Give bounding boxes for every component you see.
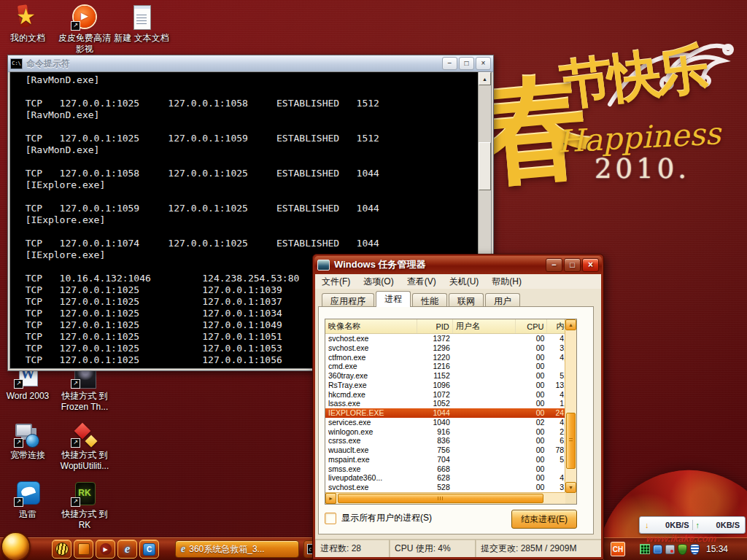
process-cell-c-user (453, 343, 516, 353)
process-cell-c-pid: 1296 (417, 343, 453, 353)
wallpaper-side-characters: 节快乐 (557, 34, 708, 120)
process-row[interactable]: winlogon.exe916002, (325, 427, 576, 437)
menu-item-1[interactable]: 选项(O) (357, 276, 400, 288)
process-cell-c-name: RsTray.exe (325, 381, 417, 390)
process-cell-c-pid: 1044 (417, 408, 453, 418)
start-button[interactable] (1, 532, 31, 560)
desktop-icon-text-file[interactable]: 新建 文本文档 (114, 4, 169, 44)
firewall-shield-blue-icon[interactable] (690, 544, 700, 555)
quicklaunch-bee[interactable] (52, 540, 71, 559)
language-indicator[interactable]: CH (611, 542, 625, 556)
process-cell-c-user (453, 464, 516, 474)
tab-进程[interactable]: 进程 (376, 291, 411, 307)
cmd-maximize-button[interactable]: □ (459, 57, 474, 70)
process-row[interactable]: cmd.exe121600 (325, 362, 576, 371)
quicklaunch-player[interactable]: ▶ (96, 540, 115, 559)
plist-vscroll-thumb[interactable] (566, 413, 576, 469)
column-header-c-user[interactable]: 用户名 (453, 319, 516, 333)
process-cell-c-pid: 1220 (417, 353, 453, 362)
messenger-tray-icon[interactable] (653, 545, 662, 554)
cmd-scroll-up-icon[interactable]: ▲ (479, 72, 491, 85)
cmd-close-button[interactable]: × (476, 57, 491, 70)
process-row[interactable]: hkcmd.exe1072004, (325, 390, 576, 400)
column-header-c-cpu[interactable]: CPU (516, 319, 547, 333)
desktop-icon-wopti[interactable]: ↗快捷方式 到 WoptiUtiliti... (57, 421, 112, 472)
quicklaunch-ie[interactable]: e (117, 540, 137, 559)
taskmgr-minimize-button[interactable]: − (546, 258, 562, 272)
process-row[interactable]: services.exe1040024, (325, 418, 576, 427)
menu-item-4[interactable]: 帮助(H) (485, 276, 528, 288)
desktop-icon-rk[interactable]: ↗快捷方式 到 RK (57, 481, 112, 531)
xunlei-icon: ↗ (14, 481, 42, 507)
menu-item-2[interactable]: 查看(V) (400, 276, 443, 288)
quicklaunch-box[interactable] (74, 540, 93, 559)
process-row[interactable]: IEXPLORE.EXE10440024, (325, 408, 576, 418)
task-button-label: 360系统急救箱_3... (189, 543, 264, 556)
cmd-minimize-button[interactable]: − (442, 57, 457, 70)
shortcut-arrow-icon: ↗ (71, 497, 80, 507)
tab-联网[interactable]: 联网 (449, 293, 484, 307)
task-manager-window[interactable]: Windows 任务管理器 − □ × 文件(F)选项(O)查看(V)关机(U)… (312, 254, 604, 560)
taskbar-button-ie[interactable]: e360系统急救箱_3... (175, 540, 299, 558)
column-header-c-name[interactable]: 映像名称 (325, 319, 417, 333)
process-row[interactable]: wuauclt.exe7560078, (325, 446, 576, 455)
column-header-c-pid[interactable]: PID (417, 319, 453, 333)
plist-header: 映像名称PID用户名CPU内存 (325, 319, 576, 334)
process-cell-c-cpu: 00 (516, 446, 547, 455)
quicklaunch-messenger[interactable]: C (139, 540, 159, 559)
desktop-icon-label: 新建 文本文档 (114, 33, 169, 44)
process-row[interactable]: svchost.exe1296003, (325, 343, 576, 353)
plist-horizontal-scrollbar[interactable]: ◄ ► (325, 492, 565, 504)
upload-speed: 0KB/S (703, 521, 740, 529)
taskmgr-maximize-button[interactable]: □ (564, 258, 581, 272)
process-cell-c-pid: 1052 (417, 399, 453, 408)
process-cell-c-pid: 704 (417, 455, 453, 464)
process-cell-c-pid: 1372 (417, 334, 453, 343)
process-cell-c-pid: 668 (417, 464, 453, 474)
process-row[interactable]: liveupdate360...628004, (325, 473, 576, 483)
network-grid-icon[interactable] (640, 544, 650, 554)
plist-scroll-up-icon[interactable]: ▲ (565, 319, 576, 330)
desktop-icon-xunlei[interactable]: ↗迅雷 (0, 481, 55, 520)
menu-item-0[interactable]: 文件(F) (315, 276, 357, 288)
process-row[interactable]: smss.exe66800 (325, 464, 576, 474)
plist-vertical-scrollbar[interactable]: ▲ ▼ (565, 319, 576, 493)
plist-scroll-right-icon[interactable]: ► (325, 493, 336, 504)
process-row[interactable]: ctfmon.exe1220004, (325, 353, 576, 362)
process-row[interactable]: svchost.exe1372004, (325, 334, 576, 343)
desktop-icon-mydocs-star[interactable]: 我的文档 (0, 4, 55, 44)
ie-icon: e (125, 542, 131, 556)
tray-clock: 15:34 (706, 544, 728, 554)
security-shield-green-icon[interactable] (678, 544, 687, 555)
net-widget-divider (692, 520, 693, 530)
tab-应用程序[interactable]: 应用程序 (322, 293, 374, 307)
menu-item-3[interactable]: 关机(U) (443, 276, 486, 288)
shortcut-arrow-icon: ↗ (14, 438, 23, 448)
show-all-processes-row[interactable]: 显示所有用户的进程(S) (325, 512, 432, 524)
taskmgr-close-button[interactable]: × (582, 258, 599, 272)
taskmgr-menubar: 文件(F)选项(O)查看(V)关机(U)帮助(H) (315, 274, 601, 289)
desktop-icon-label: 快捷方式 到 WoptiUtiliti... (57, 450, 112, 472)
plist-hscroll-thumb[interactable] (338, 494, 543, 503)
cmd-titlebar[interactable]: 命令提示符 − □ × (8, 55, 493, 72)
volume-icon[interactable] (665, 545, 675, 554)
show-all-checkbox[interactable] (325, 513, 336, 524)
process-row[interactable]: svchost.exe528003, (325, 483, 576, 492)
process-row[interactable]: csrss.exe836006, (325, 436, 576, 446)
net-speed-widget[interactable]: 0KB/S 0KB/S (639, 516, 746, 534)
end-process-button[interactable]: 结束进程(E) (511, 510, 577, 529)
process-row[interactable]: lsass.exe1052001, (325, 399, 576, 408)
process-row[interactable]: RsTray.exe10960013, (325, 381, 576, 390)
desktop-icon-broadband[interactable]: ↗宽带连接 (0, 421, 55, 461)
process-row[interactable]: 360tray.exe1152005, (325, 371, 576, 381)
tab-用户[interactable]: 用户 (485, 293, 520, 307)
cmd-scroll-thumb[interactable] (479, 142, 491, 190)
process-cell-c-name: smss.exe (325, 464, 417, 474)
taskmgr-titlebar[interactable]: Windows 任务管理器 − □ × (314, 256, 602, 273)
process-row[interactable]: mspaint.exe704005, (325, 455, 576, 464)
shortcut-arrow-icon: ↗ (71, 21, 80, 31)
process-cell-c-cpu: 00 (516, 390, 547, 400)
desktop-icon-pipi-player[interactable]: ↗皮皮免费高清影视 (57, 4, 112, 55)
plist-scroll-down-icon[interactable]: ▼ (565, 482, 576, 493)
tab-性能[interactable]: 性能 (412, 293, 447, 307)
